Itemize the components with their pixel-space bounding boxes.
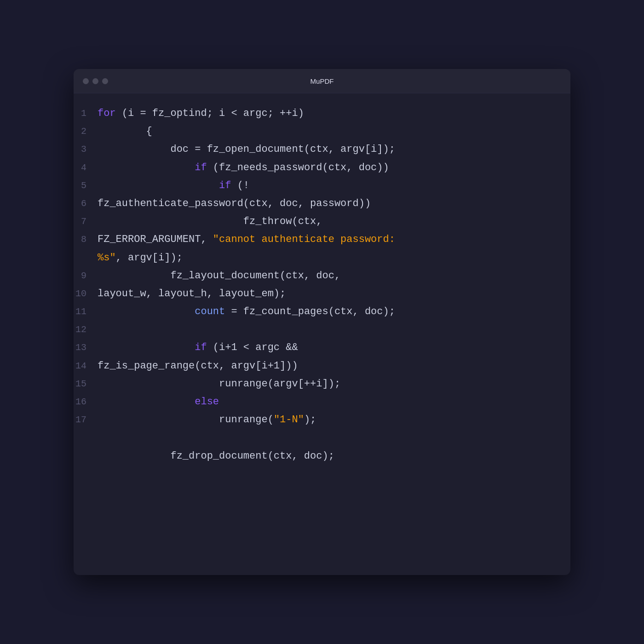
code-line: 15 runrange(argv[++i]); [74,375,570,393]
line-number: 10 [74,287,98,301]
code-line: 2 { [74,122,570,140]
line-number: 1 [74,106,98,121]
code-content: if (fz_needs_password(ctx, doc)) [98,160,570,176]
window-title: MuPDF [310,77,334,85]
app-window: MuPDF 1 for (i = fz_optind; i < argc; ++… [74,69,570,575]
line-number: 4 [74,161,98,175]
code-content: fz_authenticate_password(ctx, doc, passw… [98,196,570,212]
code-content: fz_throw(ctx, [98,213,570,230]
code-line: %s", argv[i]); [74,249,570,267]
code-line: 8 FZ_ERROR_ARGUMENT, "cannot authenticat… [74,230,570,248]
line-number: 17 [74,413,98,427]
line-number: 6 [74,196,98,211]
line-number: 15 [74,377,98,391]
code-editor[interactable]: 1 for (i = fz_optind; i < argc; ++i) 2 {… [74,93,570,483]
code-line: 13 if (i+1 < argc && [74,339,570,356]
code-content: fz_is_page_range(ctx, argv[i+1])) [98,358,570,374]
code-content: layout_w, layout_h, layout_em); [98,286,570,302]
code-line: 12 [74,321,570,339]
code-line: 4 if (fz_needs_password(ctx, doc)) [74,159,570,177]
line-number: 3 [74,142,98,157]
traffic-lights [83,78,108,84]
line-number: 11 [74,305,98,319]
code-line [74,429,570,447]
code-content: else [98,394,570,410]
code-content: for (i = fz_optind; i < argc; ++i) [98,105,570,121]
code-content: if (! [98,178,570,194]
titlebar: MuPDF [74,69,570,93]
line-number: 8 [74,232,98,247]
code-content: fz_layout_document(ctx, doc, [98,268,570,284]
line-number: 13 [74,340,98,355]
code-content [98,322,570,338]
line-number: 2 [74,124,98,139]
code-line: 3 doc = fz_open_document(ctx, argv[i]); [74,140,570,158]
line-number: 5 [74,178,98,193]
code-content: if (i+1 < argc && [98,339,570,356]
line-number: 16 [74,395,98,409]
close-button[interactable] [83,78,89,84]
code-line: 17 runrange("1-N"); [74,411,570,429]
code-content: doc = fz_open_document(ctx, argv[i]); [98,141,570,157]
code-line: 7 fz_throw(ctx, [74,213,570,230]
code-line: 1 for (i = fz_optind; i < argc; ++i) [74,104,570,122]
code-line: 5 if (! [74,177,570,195]
code-content: count = fz_count_pages(ctx, doc); [98,304,570,320]
code-content: FZ_ERROR_ARGUMENT, "cannot authenticate … [98,231,570,247]
code-content: runrange("1-N"); [98,412,570,428]
code-content: runrange(argv[++i]); [98,376,570,392]
code-line: 14 fz_is_page_range(ctx, argv[i+1])) [74,357,570,375]
code-content: %s", argv[i]); [98,250,570,266]
code-line: 10 layout_w, layout_h, layout_em); [74,285,570,303]
code-line: 6 fz_authenticate_password(ctx, doc, pas… [74,195,570,213]
line-number: 9 [74,269,98,283]
code-line: 11 count = fz_count_pages(ctx, doc); [74,303,570,321]
code-line: 9 fz_layout_document(ctx, doc, [74,267,570,285]
code-line: 16 else [74,393,570,411]
line-number: 14 [74,359,98,374]
code-content [98,430,570,446]
minimize-button[interactable] [92,78,98,84]
code-content: fz_drop_document(ctx, doc); [98,448,570,464]
line-number: 7 [74,214,98,229]
code-content: { [98,123,570,139]
code-line: fz_drop_document(ctx, doc); [74,447,570,465]
maximize-button[interactable] [102,78,108,84]
line-number: 12 [74,322,98,337]
